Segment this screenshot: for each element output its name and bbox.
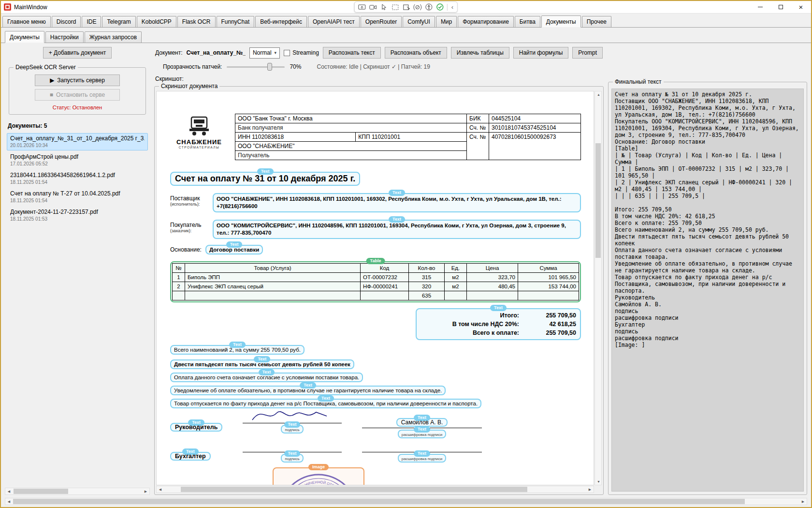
document-preview[interactable]: СНАБЖЕНИЕ СТРОЙМАТЕРИАЛЫ ООО "Банк Точка…: [156, 91, 594, 485]
subtab-request-log[interactable]: Журнал запросов: [85, 31, 142, 43]
ocr-patch-director[interactable]: Text Руководитель: [170, 423, 222, 432]
scroll-left-icon[interactable]: ◀: [5, 488, 13, 494]
items-cell: [445, 291, 467, 300]
doc-list-item[interactable]: ПрофАрмСтрой цены.pdf 17.01.2026 05:52: [7, 151, 148, 169]
camera-icon[interactable]: [368, 3, 378, 12]
ocr-patch-sign-caption[interactable]: Text подпись: [281, 425, 303, 433]
cursor-icon[interactable]: [379, 3, 389, 12]
final-text-group: Финальный текст Счет на оплату № 31 от 1…: [608, 82, 807, 495]
invoice-page: СНАБЖЕНИЕ СТРОЙМАТЕРИАЛЫ ООО "Банк Точка…: [170, 114, 581, 485]
ocr-patch-stamp[interactable]: Image: [273, 467, 364, 485]
doc-list-item[interactable]: Счет на оплату № Т-27 от 10.04.2025.pdf …: [7, 188, 148, 206]
tab-funnychat[interactable]: FunnyChat: [217, 16, 255, 27]
close-button[interactable]: ×: [791, 1, 811, 14]
doc-list-item[interactable]: 23180441.186336434582661964.1.2.pdf 18.1…: [7, 170, 148, 187]
add-document-button[interactable]: + Добавить документ: [43, 47, 112, 59]
items-header-cell: Товар (Услуга): [185, 264, 361, 273]
tab-discord[interactable]: Discord: [52, 16, 81, 27]
scroll-left-icon[interactable]: ◀: [5, 498, 13, 505]
do-not-disturb-icon[interactable]: [413, 3, 422, 12]
scroll-left-icon[interactable]: ◀: [157, 486, 164, 493]
scroll-right-icon[interactable]: ▶: [586, 486, 594, 493]
tab-main-menu[interactable]: Главное меню: [2, 16, 51, 27]
ocr-patch-accountant[interactable]: Text Бухгалтер: [170, 452, 211, 461]
ocr-patch-condition[interactable]: Text Оплата данного счета означает согла…: [170, 373, 363, 382]
tab-flask-ocr[interactable]: Flask OCR: [177, 16, 216, 27]
accessibility-icon[interactable]: [424, 3, 434, 12]
items-header-cell: №: [173, 264, 185, 273]
find-formulas-button[interactable]: Найти формулы: [513, 47, 569, 59]
scroll-right-icon[interactable]: ▶: [142, 488, 149, 494]
ocr-patch-basis[interactable]: Text Договор поставки: [205, 245, 263, 254]
recognize-text-button[interactable]: Распознать текст: [323, 47, 381, 59]
ocr-patch-buyer[interactable]: Text ООО "КОМИСТРОЙСЕРВИС", ИНН 11020485…: [213, 220, 581, 239]
selection-frame-icon[interactable]: [391, 3, 400, 12]
scroll-up-icon[interactable]: ▲: [595, 91, 602, 98]
corr-account-label: Сч. №: [467, 123, 489, 133]
doc-list-item[interactable]: Документ-2024-11-27-223157.pdf 18.11.202…: [7, 207, 148, 224]
screen-share-icon[interactable]: [357, 3, 367, 12]
bik-value: 044525104: [489, 114, 581, 123]
document-list: Счет_на_оплату_№_31_от_10_декабря_2025 г…: [5, 133, 150, 488]
streaming-checkbox[interactable]: Streaming: [284, 49, 319, 56]
subtab-documents[interactable]: Документы: [5, 31, 44, 43]
pointer-capture-icon[interactable]: [402, 3, 411, 12]
items-cell: 1: [173, 273, 185, 282]
ocr-patch-amount-words[interactable]: Text Двести пятьдесят пять тысяч семьсот…: [170, 359, 354, 369]
tab-ide[interactable]: IDE: [82, 16, 101, 27]
recognize-object-button[interactable]: Распознать объект: [385, 47, 447, 59]
ocr-patch-decode-caption[interactable]: Text расшифровка подписи: [398, 454, 446, 463]
ocr-patch-totals[interactable]: Text Итого: 255 709,50 В том числе НДС 2…: [416, 308, 581, 340]
preview-hscrollbar[interactable]: ◀ ▶: [156, 486, 594, 493]
final-text-area[interactable]: Счет на оплату № 31 от 10 декабря 2025 г…: [611, 89, 804, 492]
minimize-button[interactable]: [750, 1, 770, 14]
start-server-button[interactable]: ▶ Запустить сервер: [35, 75, 120, 86]
tab-openaiapi-test[interactable]: OpenAIAPI тест: [308, 16, 360, 27]
collapse-toolbar-icon[interactable]: ‹: [450, 3, 455, 11]
tab-web-interface[interactable]: Веб-интерфейс: [255, 16, 307, 27]
opacity-slider[interactable]: [227, 62, 285, 71]
tab-openrouter[interactable]: OpenRouter: [361, 16, 402, 27]
tab-formatting[interactable]: Форматирование: [458, 16, 514, 27]
ocr-patch-decode-caption[interactable]: Text расшифровка подписи: [398, 430, 446, 438]
truck-icon: [184, 116, 214, 136]
stop-server-button[interactable]: ■ Остановить серве: [35, 89, 120, 101]
tab-other[interactable]: Прочее: [582, 16, 611, 27]
items-cell: [185, 291, 361, 300]
maximize-button[interactable]: [770, 1, 791, 14]
window-hscrollbar[interactable]: ◀ ▶: [5, 498, 807, 505]
slider-handle[interactable]: [267, 63, 272, 71]
ocr-patch-director-name[interactable]: Text Самойлов А. В.: [396, 418, 448, 427]
tab-telegram[interactable]: Telegram: [102, 16, 135, 27]
scrollbar-thumb[interactable]: [595, 143, 601, 257]
scroll-right-icon[interactable]: ▶: [799, 498, 807, 505]
scrollbar-thumb[interactable]: [181, 487, 527, 492]
scrollbar-thumb[interactable]: [14, 489, 68, 494]
mode-select-value: Normal: [253, 49, 272, 56]
extract-tables-button[interactable]: Извлечь таблицы: [451, 47, 509, 59]
doc-list-item[interactable]: Счет_на_оплату_№_31_от_10_декабря_2025 г…: [7, 133, 148, 150]
scroll-down-icon[interactable]: ▼: [595, 478, 602, 485]
ocr-patch-sign-caption[interactable]: Text подпись: [281, 454, 303, 463]
tab-mir[interactable]: Мир: [436, 16, 457, 27]
scrollbar-thumb[interactable]: [13, 499, 745, 504]
mode-select[interactable]: Normal ▾: [249, 47, 280, 59]
items-cell: Унифлекс ЭКП сланец серый: [185, 282, 361, 291]
ocr-patch-summary[interactable]: Text Всего наименований 2, на сумму 255 …: [170, 345, 304, 355]
tab-comfyui[interactable]: ComfyUI: [403, 16, 435, 27]
ocr-patch-title[interactable]: Text Счет на оплату № 31 от 10 декабря 2…: [170, 172, 360, 186]
preview-vscrollbar[interactable]: ▲ ▼: [594, 91, 602, 485]
document-list-hscrollbar[interactable]: ◀ ▶: [5, 488, 150, 495]
ocr-patch-table[interactable]: Table № Товар (Услуга) Код Кол-во Ед. Це…: [170, 261, 581, 302]
supplier-info: ООО "СНАБЖЕНИЕ", ИНН 1102083618, КПП 110…: [214, 194, 580, 211]
subtab-settings[interactable]: Настройки: [45, 31, 84, 43]
prompt-button[interactable]: Prompt: [572, 47, 603, 59]
tab-documents[interactable]: Документы: [541, 15, 581, 28]
tab-koboldcpp[interactable]: KoboldCPP: [137, 16, 176, 27]
tab-bitva[interactable]: Битва: [515, 16, 540, 27]
doc-name: Счет_на_оплату_№_31_от_10_декабря_2025 г…: [10, 135, 145, 142]
ocr-patch-supplier[interactable]: Text ООО "СНАБЖЕНИЕ", ИНН 1102083618, КП…: [213, 193, 581, 212]
ocr-patch-condition[interactable]: Text Уведомление об оплате обязательно, …: [170, 386, 446, 395]
corr-account-value: 30101810745374525104: [489, 123, 581, 133]
stop-server-label: Остановить серве: [56, 91, 105, 98]
